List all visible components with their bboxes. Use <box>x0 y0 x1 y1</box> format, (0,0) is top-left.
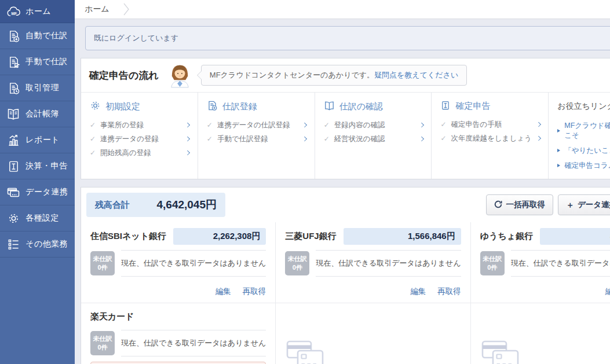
chevron-right-icon <box>302 123 307 127</box>
unreconciled-badge: 未仕訳 0件 <box>90 331 115 355</box>
flow-step[interactable]: ✓連携データの登録 <box>90 132 193 146</box>
flow-panel-header: 確定申告の流れ MFクラウドコンタクトセンターのあかりです。疑問点を教えてくださ… <box>81 58 610 93</box>
refresh-icon <box>494 200 502 210</box>
gear-icon <box>90 100 101 113</box>
flow-panel-title: 確定申告の流れ <box>89 69 159 82</box>
account-card-sbi: 住信SBIネット銀行 2,262,308円 未仕訳 0件 現在、仕訳できる取引デ… <box>81 222 275 303</box>
account-balance: 2,262,308円 <box>173 228 266 245</box>
account-card-rakuten: 楽天カード 未仕訳 0件 現在、仕訳できる取引データはありません 重要なお知らせ <box>81 303 275 364</box>
assistant-avatar <box>166 61 193 88</box>
check-icon: ✓ <box>90 121 96 129</box>
chevron-right-icon <box>185 137 190 141</box>
flow-step[interactable]: ✓次年度繰越をしましょう <box>440 131 543 145</box>
total-balance-box: 残高合計 4,642,045円 <box>86 193 225 217</box>
no-transaction-message: 現在、仕訳できる取引データはありません <box>121 330 266 356</box>
useful-link[interactable]: 確定申告コラム <box>557 158 610 173</box>
flow-step[interactable]: ✓手動で仕訳登録 <box>207 132 310 146</box>
page-content: 既にログインしています 確定申告の流れ MFクラウドコンタクトセンター <box>75 19 610 364</box>
check-icon: ✓ <box>440 120 446 128</box>
breadcrumb-chevron-icon <box>123 2 129 16</box>
sidebar-item-reports[interactable]: レポート <box>0 127 75 153</box>
chevron-right-icon <box>536 136 541 141</box>
edit-link[interactable]: 編集 <box>605 286 610 297</box>
check-icon: ✓ <box>324 135 330 143</box>
flow-steps-row: 初期設定 ✓事業所の登録 ✓連携データの登録 ✓開始残高の登録 仕訳登録 ✓連携… <box>81 93 610 179</box>
doc-pointer-icon <box>6 55 20 69</box>
check-icon: ✓ <box>207 135 213 143</box>
assistant-speech-bubble: MFクラウドコンタクトセンターのあかりです。疑問点を教えてください <box>201 65 467 86</box>
chevron-right-icon <box>536 122 541 127</box>
tax-flow-panel: 確定申告の流れ MFクラウドコンタクトセンターのあかりです。疑問点を教えてくださ… <box>81 58 610 179</box>
assistant-text: MFクラウドコンタクトセンターのあかりです。 <box>210 71 374 79</box>
book-icon <box>324 100 335 113</box>
edit-link[interactable]: 編集 <box>410 286 426 297</box>
sidebar-item-manual-journal[interactable]: 手動で仕訳 <box>0 49 75 75</box>
ask-question-link[interactable]: 疑問点を教えてください <box>374 71 458 79</box>
triangle-bullet-icon <box>557 129 560 133</box>
bulk-refetch-button[interactable]: 一括再取得 <box>486 194 553 215</box>
flow-step[interactable]: ✓事業所の登録 <box>90 118 193 132</box>
sidebar-item-transactions[interactable]: 取引管理 <box>0 75 75 101</box>
list-icon <box>6 237 20 251</box>
ballot-box-icon <box>440 100 451 112</box>
account-balance: 812,891円 <box>540 228 610 245</box>
flow-column-journal-entry: 仕訳登録 ✓連携データの仕訳登録 ✓手動で仕訳登録 <box>198 93 315 179</box>
account-name: 楽天カード <box>90 311 134 322</box>
sidebar-item-label: レポート <box>25 135 60 145</box>
flow-step[interactable]: ✓連携データの仕訳登録 <box>207 118 310 132</box>
sidebar-item-label: 決算・申告 <box>25 161 68 171</box>
accounts-grid: 住信SBIネット銀行 2,262,308円 未仕訳 0件 現在、仕訳できる取引デ… <box>81 222 610 364</box>
flow-column-title: 仕訳の確認 <box>339 101 383 112</box>
check-icon: ✓ <box>324 121 330 129</box>
credit-cards-placeholder-icon <box>480 340 522 364</box>
doc-clock-icon <box>6 81 20 95</box>
important-notice-banner[interactable]: 重要なお知らせ <box>90 362 266 364</box>
sidebar-item-ledgers[interactable]: 会計帳簿 <box>0 101 75 127</box>
main-area: ホーム 既にログインしています 確定申告の流れ <box>75 0 610 364</box>
sidebar-item-label: 会計帳簿 <box>25 109 59 119</box>
flow-step[interactable]: ✓開始残高の登録 <box>90 146 193 160</box>
sidebar-item-auto-journal[interactable]: 自動で仕訳 <box>0 23 75 49</box>
check-icon: ✓ <box>90 149 96 157</box>
empty-account-slot <box>470 303 610 364</box>
useful-links-title: お役立ちリンク <box>557 100 610 112</box>
svg-text:MF: MF <box>11 11 17 15</box>
total-balance-amount: 4,642,045円 <box>156 197 217 212</box>
ballot-box-icon <box>6 159 20 173</box>
sidebar-item-label: ホーム <box>25 6 51 17</box>
doc-plus-icon <box>6 29 20 43</box>
sidebar-item-label: 各種設定 <box>25 213 59 223</box>
check-icon: ✓ <box>90 135 96 143</box>
flow-step[interactable]: ✓確定申告の手順 <box>440 117 543 131</box>
useful-link[interactable]: MFクラウド確定申告へようこそ <box>557 118 610 143</box>
sidebar-item-label: その他業務 <box>25 239 68 249</box>
useful-link[interactable]: 「やりたいこと」で検索する <box>557 143 610 158</box>
refetch-link[interactable]: 再取得 <box>243 286 266 297</box>
sidebar-item-other-tasks[interactable]: その他業務 <box>0 231 75 258</box>
refetch-link[interactable]: 再取得 <box>437 286 461 297</box>
sidebar-item-label: 自動で仕訳 <box>25 31 68 41</box>
account-name: ゆうちょ銀行 <box>480 231 533 242</box>
chevron-right-icon <box>419 137 424 141</box>
sidebar-item-settings[interactable]: 各種設定 <box>0 205 75 231</box>
add-data-connection-button[interactable]: ＋ データ連携新規登録 <box>558 194 610 215</box>
edit-link[interactable]: 編集 <box>215 286 231 297</box>
plus-icon: ＋ <box>566 201 574 209</box>
account-name: 住信SBIネット銀行 <box>90 231 166 242</box>
flow-step[interactable]: ✓登録内容の確認 <box>324 118 427 132</box>
no-transaction-message: 現在、仕訳できる取引データはありません <box>511 250 610 277</box>
chevron-right-icon <box>185 123 190 127</box>
sidebar-item-data-connection[interactable]: データ連携 <box>0 179 75 205</box>
useful-links-column: お役立ちリンク MFクラウド確定申告へようこそ 「やりたいこと」で検索する 確定… <box>548 93 610 179</box>
sidebar-item-label: データ連携 <box>25 187 68 197</box>
flow-step[interactable]: ✓経営状況の確認 <box>324 132 427 146</box>
flow-column-initial-setup: 初期設定 ✓事業所の登録 ✓連携データの登録 ✓開始残高の登録 <box>81 93 198 179</box>
sidebar-item-closing-filing[interactable]: 決算・申告 <box>0 153 75 179</box>
triangle-bullet-icon <box>557 164 560 167</box>
no-transaction-message: 現在、仕訳できる取引データはありません <box>121 250 266 277</box>
no-transaction-message: 現在、仕訳できる取引データはありません <box>316 250 461 277</box>
sidebar-item-home[interactable]: MF ホーム <box>0 0 75 23</box>
breadcrumb[interactable]: ホーム <box>85 4 109 14</box>
total-balance-label: 残高合計 <box>95 200 130 211</box>
sidebar-item-label: 取引管理 <box>25 83 59 93</box>
